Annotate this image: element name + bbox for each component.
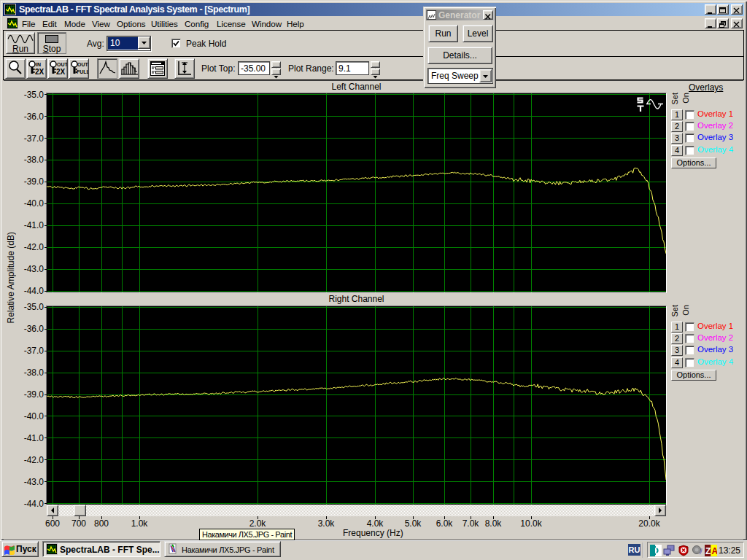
svg-text:OUT: OUT [57, 62, 67, 67]
svg-text:FULL: FULL [77, 69, 88, 74]
svg-text:2X: 2X [35, 68, 44, 76]
svg-text:A: A [712, 546, 718, 556]
svg-text:2X: 2X [56, 68, 66, 76]
svg-text:Z: Z [705, 546, 711, 556]
svg-text:OUT: OUT [77, 62, 88, 67]
svg-text:IN: IN [36, 62, 41, 67]
